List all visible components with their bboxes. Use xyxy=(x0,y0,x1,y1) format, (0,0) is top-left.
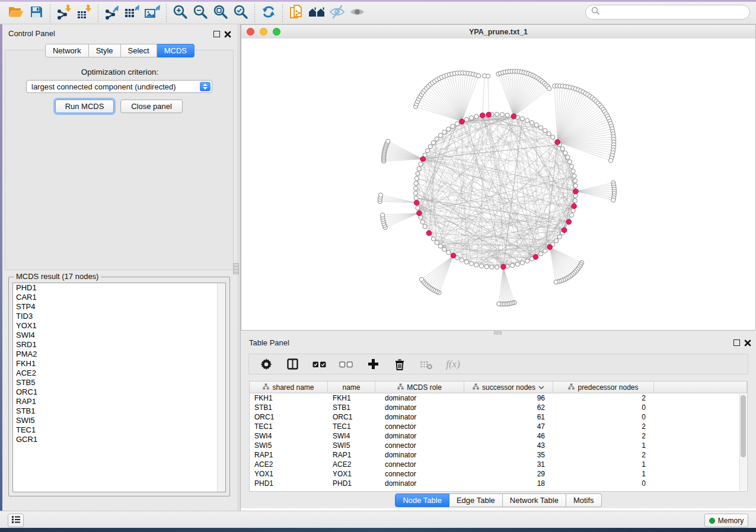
cell-successor_nodes: 43 xyxy=(464,441,553,450)
run-mcds-button[interactable]: Run MCDS xyxy=(55,100,114,113)
table-row[interactable]: ACE2ACE2connector311 xyxy=(250,460,747,469)
vertical-splitter-handle[interactable] xyxy=(233,263,239,274)
zoom-fit-button[interactable] xyxy=(210,4,231,22)
network-window-titlebar[interactable]: YPA_prune.txt_1 xyxy=(241,25,755,39)
import-table-button[interactable] xyxy=(74,4,94,22)
import-network-button[interactable] xyxy=(54,4,74,22)
mcds-list-item[interactable]: ACE2 xyxy=(13,368,225,378)
status-bar: Memory xyxy=(0,511,756,528)
cell-successor_nodes: 29 xyxy=(464,469,553,479)
save-session-button[interactable] xyxy=(26,4,46,22)
mcds-list-item[interactable]: STB1 xyxy=(13,406,225,416)
table-scrollbar-thumb[interactable] xyxy=(741,395,746,457)
network-graph[interactable] xyxy=(241,39,755,330)
search-input[interactable] xyxy=(604,7,742,17)
close-panel-icon[interactable] xyxy=(224,30,231,40)
table-row[interactable]: PHD1PHD1dominator180 xyxy=(250,479,747,488)
hide-selected-button[interactable] xyxy=(327,4,347,22)
first-neighbors-button[interactable] xyxy=(307,4,327,22)
add-row-button[interactable] xyxy=(366,357,380,371)
mcds-list-item[interactable]: PHD1 xyxy=(13,283,225,293)
zoom-out-button[interactable] xyxy=(190,4,210,22)
table-scrollbar[interactable] xyxy=(739,394,747,491)
open-file-button[interactable] xyxy=(6,4,26,22)
float-panel-icon[interactable] xyxy=(213,31,220,37)
close-panel-button[interactable]: Close panel xyxy=(120,100,183,113)
column-chooser-button[interactable] xyxy=(286,357,300,371)
tab-mcds[interactable]: MCDS xyxy=(157,44,194,57)
tab-network-table[interactable]: Network Table xyxy=(503,493,566,507)
table-row[interactable]: FKH1FKH1dominator962 xyxy=(250,393,747,403)
memory-button[interactable]: Memory xyxy=(704,514,748,527)
mcds-list-item[interactable]: STB5 xyxy=(13,378,225,387)
table-row[interactable]: STB1STB1dominator620 xyxy=(250,403,747,412)
mcds-list-scrollbar[interactable] xyxy=(217,283,225,492)
cell-predecessor_nodes: 0 xyxy=(553,412,654,422)
copy-network-button[interactable] xyxy=(286,4,307,22)
table-settings-button[interactable] xyxy=(259,357,273,371)
tab-edge-table[interactable]: Edge Table xyxy=(449,493,503,507)
tab-style[interactable]: Style xyxy=(89,44,121,57)
table-row[interactable]: SWI4SWI4dominator462 xyxy=(250,431,747,441)
cell-name: FKH1 xyxy=(328,393,375,403)
export-image-icon xyxy=(144,4,161,22)
cell-successor_nodes: 18 xyxy=(464,479,553,488)
column-header-name[interactable]: name xyxy=(328,382,375,393)
cell-predecessor_nodes: 2 xyxy=(553,393,654,403)
mcds-result-list[interactable]: PHD1CAR1STP4TID3YOX1SWI4SRD1PMA2FKH1ACE2… xyxy=(12,283,226,492)
mcds-list-item[interactable]: CAR1 xyxy=(13,293,225,302)
mcds-list-item[interactable]: FKH1 xyxy=(13,359,225,368)
mcds-list-item[interactable]: YOX1 xyxy=(13,321,225,331)
tab-network[interactable]: Network xyxy=(45,44,89,57)
tree-column-icon xyxy=(568,383,575,392)
mcds-list-item[interactable]: TID3 xyxy=(13,312,225,321)
refresh-view-button[interactable] xyxy=(259,4,279,22)
mcds-list-item[interactable]: TEC1 xyxy=(13,425,225,435)
toolbar-separator xyxy=(254,4,255,22)
export-table-button[interactable] xyxy=(122,4,142,22)
toolbar-separator xyxy=(166,4,167,22)
tab-motifs[interactable]: Motifs xyxy=(566,493,602,507)
task-history-button[interactable] xyxy=(8,514,24,527)
mcds-list-item[interactable]: STP4 xyxy=(13,302,225,312)
cell-mcds_role: dominator xyxy=(375,412,464,422)
table-row[interactable]: ORC1ORC1dominator610 xyxy=(250,412,747,422)
table-row[interactable]: YOX1YOX1connector291 xyxy=(250,469,747,479)
mcds-list-item[interactable]: ORC1 xyxy=(13,387,225,397)
select-all-button[interactable] xyxy=(312,357,327,371)
table-row[interactable]: RAP1RAP1dominator352 xyxy=(250,450,747,460)
criterion-select[interactable]: largest connected component (undirected) xyxy=(26,80,212,93)
export-network-button[interactable] xyxy=(102,4,122,22)
mcds-list-item[interactable]: SWI4 xyxy=(13,331,225,340)
table-row[interactable]: SWI5SWI5connector431 xyxy=(250,441,747,450)
column-header-MCDS-role[interactable]: MCDS role xyxy=(375,382,464,393)
zoom-in-button[interactable] xyxy=(170,4,190,22)
column-header-shared-name[interactable]: shared name xyxy=(250,382,328,393)
mcds-list-item[interactable]: GCR1 xyxy=(13,435,225,444)
mcds-list-item[interactable]: SWI5 xyxy=(13,416,225,425)
tab-node-table[interactable]: Node Table xyxy=(395,493,449,507)
control-panel-title: Control Panel xyxy=(8,29,55,38)
deselect-all-button[interactable] xyxy=(339,357,353,371)
houses-icon xyxy=(308,5,325,21)
show-all-button[interactable] xyxy=(347,4,367,22)
search-field[interactable] xyxy=(585,5,750,20)
table-row[interactable]: TEC1TEC1connector472 xyxy=(250,422,747,431)
mcds-list-item[interactable]: SRD1 xyxy=(13,340,225,350)
tab-select[interactable]: Select xyxy=(121,44,157,57)
delete-row-button[interactable] xyxy=(393,357,407,371)
network-canvas[interactable] xyxy=(241,39,755,330)
node-table-header: shared namenameMCDS rolesuccessor nodesp… xyxy=(250,382,747,393)
node-table[interactable]: shared namenameMCDS rolesuccessor nodesp… xyxy=(249,381,748,492)
cell-successor_nodes: 96 xyxy=(464,393,553,403)
tree-column-icon xyxy=(473,383,479,392)
zoom-selected-button[interactable] xyxy=(231,4,251,22)
export-image-button[interactable] xyxy=(142,4,162,22)
cell-predecessor_nodes: 0 xyxy=(553,479,654,488)
mcds-list-item[interactable]: RAP1 xyxy=(13,397,225,406)
float-table-panel-icon[interactable] xyxy=(733,339,740,346)
column-header-predecessor-nodes[interactable]: predecessor nodes xyxy=(553,382,654,393)
column-header-successor-nodes[interactable]: successor nodes xyxy=(464,382,553,393)
mcds-list-item[interactable]: PMA2 xyxy=(13,350,225,359)
close-table-panel-icon[interactable] xyxy=(744,338,751,349)
